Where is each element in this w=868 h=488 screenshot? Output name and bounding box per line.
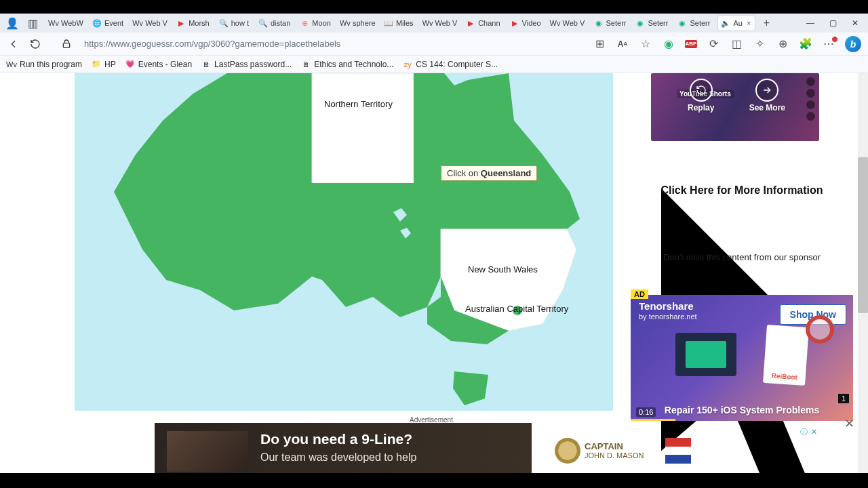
favicon: ▶ <box>467 18 476 28</box>
reader-icon[interactable]: ⊞ <box>593 37 606 51</box>
favicon: Wv <box>133 18 142 28</box>
ad-paper-art: ReiBoot <box>763 325 809 386</box>
favicon: 📖 <box>384 18 393 28</box>
scrollbar-thumb[interactable] <box>858 157 868 313</box>
extensions-icon[interactable]: 🧩 <box>799 37 812 51</box>
extension-grammarly-icon[interactable]: ◉ <box>662 37 675 51</box>
tab-active[interactable]: 🔈 Au × <box>718 16 755 30</box>
bookmark-item[interactable]: 💗Events - Glean <box>125 60 192 69</box>
browser-tab[interactable]: ◉Seterr <box>590 16 631 30</box>
close-ad-button[interactable]: ✕ <box>844 416 854 431</box>
region-tas[interactable] <box>453 371 488 405</box>
see-more-button[interactable]: See More <box>749 79 785 113</box>
address-bar: https://www.geoguessr.com/vgp/3060?gamem… <box>0 33 868 56</box>
back-button[interactable] <box>7 37 20 51</box>
bookmark-label: CS 144: Computer S... <box>416 60 498 69</box>
quiz-prompt: Click on Queensland <box>441 165 537 181</box>
tab-label: Web V <box>145 19 167 27</box>
refresh-button[interactable] <box>28 37 42 51</box>
tab-label: Miles <box>396 19 414 27</box>
favicon: 🔍 <box>219 18 229 28</box>
ad-caption: Repair 150+ iOS System Problems <box>631 405 853 415</box>
browser-tab[interactable]: WvWeb V <box>129 16 171 30</box>
browser-tab[interactable]: 🌐Event <box>88 16 127 30</box>
bottom-banner-ad[interactable]: Do you need a 9-Line? Our team was devel… <box>155 423 532 473</box>
browser-tab[interactable]: 🔍how t <box>215 16 253 30</box>
tab-label: Seterr <box>690 19 710 27</box>
url-text[interactable]: https://www.geoguessr.com/vgp/3060?gamem… <box>84 39 518 49</box>
bookmark-item[interactable]: 🗎Ethics and Technolo... <box>301 60 393 69</box>
tab-label: distan <box>271 19 290 27</box>
site-info-icon[interactable] <box>60 37 73 51</box>
browser-tab[interactable]: ◉Seterr <box>673 16 714 30</box>
new-tab-button[interactable]: + <box>759 16 774 30</box>
browser-tab[interactable]: ▶Chann <box>462 16 505 30</box>
adchoices-icon[interactable]: ⓘ ✕ <box>800 427 818 437</box>
browser-tab[interactable]: ⊕Moon <box>296 16 335 30</box>
close-icon[interactable]: × <box>747 19 751 27</box>
bookmark-item[interactable]: zyCS 144: Computer S... <box>403 60 498 69</box>
favorite-icon[interactable]: ☆ <box>639 37 652 51</box>
ad-device-art <box>675 333 736 376</box>
ad-badge: AD <box>631 289 648 299</box>
bookmark-icon: 🗎 <box>301 60 311 69</box>
tab-label: sphere <box>353 19 376 27</box>
audio-icon: 🔈 <box>721 19 730 28</box>
browser-window: 👤 ▥ WvWebW🌐EventWvWeb V▶Morsh🔍how t🔍dist… <box>0 14 868 473</box>
minimize-button[interactable]: ― <box>806 18 814 28</box>
browser-tab[interactable]: 🔍distan <box>254 16 294 30</box>
favicon: 🔍 <box>258 18 268 28</box>
favicon: ◉ <box>594 18 604 28</box>
tab-actions-icon[interactable]: ▥ <box>24 15 41 31</box>
favicon: Wv <box>340 18 350 28</box>
browser-tab[interactable]: WvWeb V <box>547 16 589 30</box>
quiz-map[interactable]: Northern Territory New South Wales Austr… <box>75 73 613 411</box>
bookmark-label: Run this program <box>20 60 82 69</box>
favicon: ▶ <box>176 18 186 28</box>
sync-icon[interactable]: ⟳ <box>707 37 720 51</box>
bookmark-icon: Wv <box>7 60 16 69</box>
more-info-link[interactable]: Click Here for More Information <box>631 184 853 197</box>
flag-star-icon[interactable] <box>665 438 691 464</box>
tab-label: Web V <box>435 19 458 27</box>
collections-icon[interactable]: ⊕ <box>776 37 789 51</box>
ad-time: 0:16 <box>636 407 656 417</box>
video-ad-small[interactable]: YouTube Shorts Replay See More <box>651 73 819 141</box>
ad-progress <box>631 419 675 421</box>
browser-tab[interactable]: ◉Seterr <box>631 16 672 30</box>
bookmark-icon: zy <box>403 60 412 69</box>
maximize-button[interactable]: ▢ <box>829 18 837 28</box>
region-sa[interactable] <box>312 183 441 317</box>
sponsor-ad[interactable]: AD Tenorshare by tenorshare.net Shop Now… <box>631 295 853 421</box>
browser-tab[interactable]: 📖Miles <box>380 16 418 30</box>
bookmark-item[interactable]: 🗎LastPass password... <box>201 60 292 69</box>
replay-button[interactable]: Replay <box>688 79 714 113</box>
favicon: ▶ <box>510 18 519 28</box>
browser-tab[interactable]: WvWebW <box>45 16 87 30</box>
tab-label: Moon <box>312 19 331 27</box>
browser-tab[interactable]: Wvsphere <box>336 16 378 30</box>
ad-side-controls[interactable] <box>806 77 815 121</box>
bookmark-item[interactable]: WvRun this program <box>7 60 82 69</box>
region-wa[interactable] <box>114 73 312 310</box>
notifications-icon[interactable]: ⋯ <box>822 37 835 51</box>
region-nt[interactable] <box>312 73 414 183</box>
bookmark-label: HP <box>104 60 116 69</box>
tab-strip: 👤 ▥ WvWebW🌐EventWvWeb V▶Morsh🔍how t🔍dist… <box>0 14 868 33</box>
bookmark-item[interactable]: 📁HP <box>92 60 116 69</box>
bookmark-icon: 💗 <box>125 60 135 69</box>
vertical-scrollbar[interactable] <box>858 73 868 473</box>
bing-button[interactable]: b <box>845 36 861 52</box>
favorites-bar-icon[interactable]: ✧ <box>753 37 766 51</box>
browser-tab[interactable]: ▶Morsh <box>172 16 214 30</box>
favicon: 🌐 <box>92 18 102 28</box>
captain-logo[interactable]: CAPTAINJOHN D. MASON <box>555 438 644 464</box>
bookmarks-bar: WvRun this program📁HP💗Events - Glean🗎Las… <box>0 56 868 73</box>
split-screen-icon[interactable]: ◫ <box>730 37 743 51</box>
profile-icon[interactable]: 👤 <box>4 15 20 31</box>
browser-tab[interactable]: ▶Video <box>506 16 545 30</box>
browser-tab[interactable]: WvWeb V <box>419 16 461 30</box>
close-window-button[interactable]: ✕ <box>852 18 859 28</box>
text-size-icon[interactable]: AA <box>616 37 629 51</box>
extension-adblock-icon[interactable]: ABP <box>685 40 697 48</box>
